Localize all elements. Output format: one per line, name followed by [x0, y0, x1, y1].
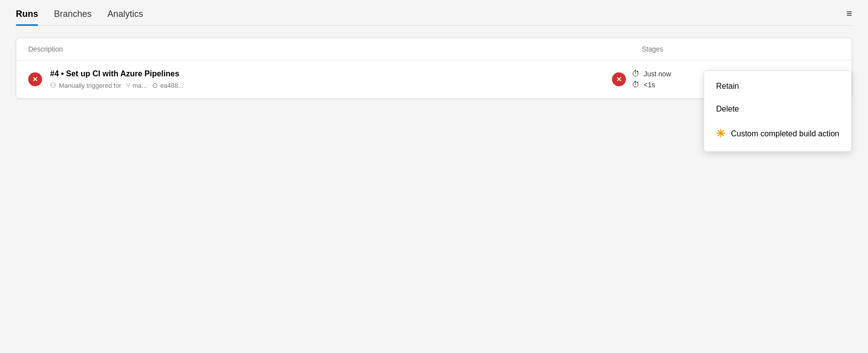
tab-branches[interactable]: Branches: [54, 9, 92, 25]
filter-icon[interactable]: ≡: [846, 8, 852, 19]
tab-runs[interactable]: Runs: [16, 9, 38, 25]
run-meta: ⚇ Manually triggered for ⑂ ma... ⊙ ea488…: [50, 81, 184, 89]
table-row: #4 • Set up CI with Azure Pipelines ⚇ Ma…: [16, 60, 852, 98]
delete-label: Delete: [716, 105, 739, 114]
tabs-container: Runs Branches Analytics ≡: [16, 8, 852, 26]
stopwatch-icon: ⏱: [632, 80, 640, 89]
stage-time: ⏱ Just now ⏱ <1s: [632, 69, 671, 89]
calendar-icon: ⏱: [632, 69, 640, 78]
row-left: #4 • Set up CI with Azure Pipelines ⚇ Ma…: [28, 69, 612, 89]
time-label: Just now: [644, 70, 671, 78]
branch-label: ma...: [133, 82, 147, 89]
person-icon: ⚇: [50, 81, 56, 89]
retain-label: Retain: [716, 82, 739, 91]
stages-header: Stages: [642, 45, 840, 53]
branch-icon: ⑂: [126, 81, 130, 89]
commit-label: ea488...: [160, 82, 184, 89]
description-header: Description: [28, 45, 642, 53]
duration-label: <1s: [644, 81, 655, 89]
time-duration: ⏱ <1s: [632, 80, 671, 89]
table-header: Description Stages: [16, 38, 852, 60]
runs-table: Description Stages #4 • Set up CI with A…: [16, 38, 852, 99]
stage-error-icon: [612, 72, 626, 86]
trigger-info: ⚇ Manually triggered for: [50, 81, 121, 89]
trigger-label: Manually triggered for: [59, 82, 121, 89]
commit-info: ⊙ ea488...: [152, 81, 184, 89]
time-now: ⏱ Just now: [632, 69, 671, 78]
asterisk-icon: ✳: [716, 127, 725, 140]
dropdown-menu: Retain Delete ✳ Custom completed build a…: [704, 70, 852, 152]
dropdown-item-custom-build[interactable]: ✳ Custom completed build action: [704, 120, 851, 147]
custom-build-label: Custom completed build action: [731, 129, 839, 138]
row-actions: ⋮ Retain Delete ✳ Custom completed build…: [810, 70, 840, 88]
tab-analytics[interactable]: Analytics: [107, 9, 143, 25]
dropdown-item-delete[interactable]: Delete: [704, 98, 851, 120]
run-description: #4 • Set up CI with Azure Pipelines ⚇ Ma…: [50, 69, 184, 89]
page-container: Runs Branches Analytics ≡ Description St…: [0, 0, 868, 353]
run-title: #4 • Set up CI with Azure Pipelines: [50, 69, 184, 78]
commit-icon: ⊙: [152, 81, 158, 89]
run-status-error-icon: [28, 72, 42, 86]
tabs-left: Runs Branches Analytics: [16, 9, 143, 25]
dropdown-item-retain[interactable]: Retain: [704, 75, 851, 98]
filter-area: ≡: [846, 8, 852, 25]
branch-info: ⑂ ma...: [126, 81, 147, 89]
